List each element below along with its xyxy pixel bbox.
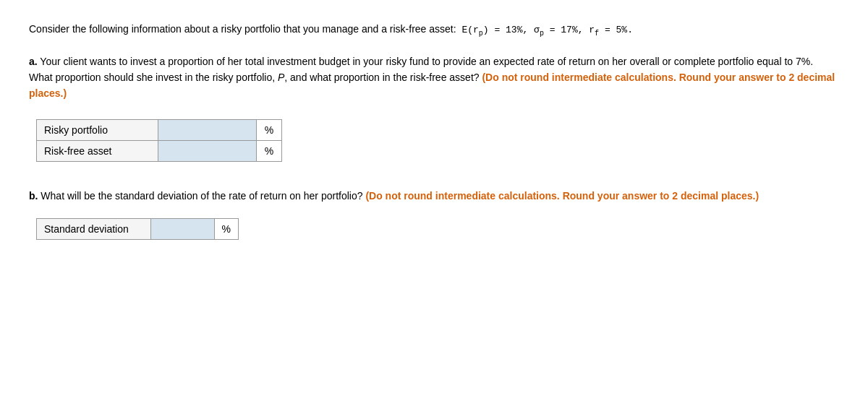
question-a-section: a. Your client wants to invest a proport… [29, 53, 839, 102]
std-deviation-table: Standard deviation % [36, 218, 239, 240]
header-text: Consider the following information about… [29, 23, 456, 35]
std-deviation-unit: % [214, 219, 238, 240]
risky-portfolio-input-cell[interactable] [158, 119, 256, 140]
std-deviation-label: Standard deviation [37, 219, 151, 240]
risky-portfolio-unit: % [256, 119, 281, 140]
header-paragraph: Consider the following information about… [29, 22, 839, 39]
question-a-note: (Do not round intermediate calculations.… [29, 72, 835, 99]
question-b-note: (Do not round intermediate calculations.… [365, 190, 759, 202]
table-row: Risky portfolio % [37, 119, 282, 140]
risky-portfolio-label: Risky portfolio [37, 119, 158, 140]
question-b-text: b. What will be the standard deviation o… [29, 190, 759, 202]
formula-text: E(rp) = 13%, σp = 17%, rf = 5%. [459, 23, 633, 35]
table-a-section: Risky portfolio % Risk-free asset % [36, 119, 839, 162]
risk-free-input-cell[interactable] [158, 140, 256, 161]
resize-handle-std [210, 219, 214, 239]
table-row: Standard deviation % [37, 219, 239, 240]
risk-free-label: Risk-free asset [37, 140, 158, 161]
risky-portfolio-input[interactable] [158, 120, 256, 140]
resize-handle-riskfree [252, 141, 256, 161]
resize-handle-risky [252, 120, 256, 140]
table-row: Risk-free asset % [37, 140, 282, 161]
std-deviation-input-cell[interactable] [150, 219, 214, 240]
portfolio-table: Risky portfolio % Risk-free asset % [36, 119, 282, 162]
risk-free-input[interactable] [158, 141, 256, 161]
question-b-section: b. What will be the standard deviation o… [29, 188, 839, 204]
question-a-text: a. Your client wants to invest a proport… [29, 56, 835, 100]
risk-free-unit: % [256, 140, 281, 161]
std-deviation-input[interactable] [151, 219, 214, 239]
table-b-section: Standard deviation % [36, 218, 839, 240]
